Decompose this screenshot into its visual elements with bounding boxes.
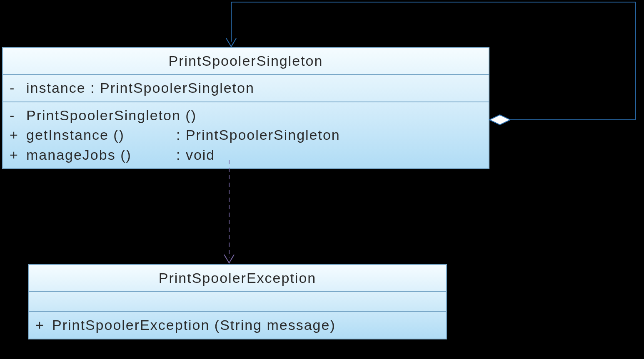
method-name: getInstance () [26,125,176,145]
visibility: + [10,125,26,145]
class-singleton-methods: - PrintSpoolerSingleton () + getInstance… [3,102,489,168]
class-singleton-attributes: - instance : PrintSpoolerSingleton [3,75,489,102]
method-text: PrintSpoolerException (String message) [52,315,336,335]
method-return: : PrintSpoolerSingleton [176,125,482,145]
aggregation-diamond-icon [489,115,510,125]
arrowhead-down-icon [226,38,236,47]
visibility: + [10,145,26,165]
class-exception-methods: + PrintSpoolerException (String message) [29,312,446,339]
method-return: : void [176,145,482,165]
visibility: - [10,106,26,126]
class-exception-title: PrintSpoolerException [29,265,446,292]
attribute-row: - instance : PrintSpoolerSingleton [10,78,482,98]
method-row: + PrintSpoolerException (String message) [35,315,439,335]
method-name: PrintSpoolerSingleton () [26,106,176,126]
class-singleton: PrintSpoolerSingleton - instance : Print… [2,47,489,169]
method-name: manageJobs () [26,145,176,165]
visibility: - [10,78,26,98]
arrowhead-down-icon [224,255,234,263]
attribute-text: instance : PrintSpoolerSingleton [26,78,255,98]
class-singleton-title: PrintSpoolerSingleton [3,48,489,75]
method-return [176,106,482,126]
class-exception: PrintSpoolerException + PrintSpoolerExce… [28,264,447,339]
class-exception-attributes [29,292,446,312]
visibility: + [35,315,52,335]
